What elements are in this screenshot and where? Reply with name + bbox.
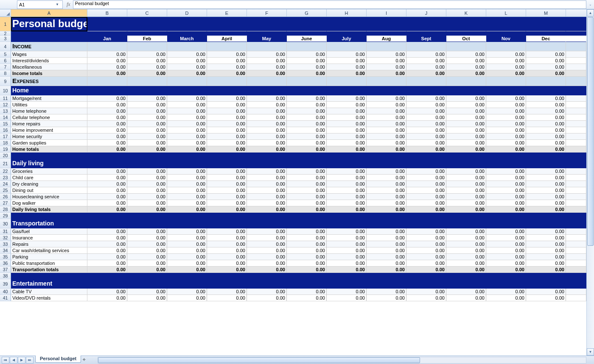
section-blank[interactable] bbox=[406, 77, 446, 86]
month-Nov[interactable]: Nov bbox=[486, 36, 526, 42]
value-cell[interactable]: 0.00 bbox=[287, 58, 327, 64]
month-blank[interactable] bbox=[11, 36, 87, 42]
spacer-cell[interactable] bbox=[367, 273, 406, 279]
value-cell[interactable]: 0.00 bbox=[327, 235, 367, 241]
row-label[interactable]: Cellular telephone bbox=[11, 114, 87, 121]
spacer-cell[interactable] bbox=[406, 31, 446, 36]
value-cell[interactable]: 0.00 bbox=[207, 175, 247, 181]
value-cell[interactable]: 0.00 bbox=[87, 175, 127, 181]
value-cell[interactable]: 0.00 bbox=[247, 133, 287, 140]
value-cell[interactable]: 0.00 bbox=[247, 260, 287, 267]
value-cell[interactable]: 0.00 bbox=[247, 146, 287, 153]
row-head-28[interactable]: 28 bbox=[0, 206, 11, 213]
value-cell[interactable]: 0.00 bbox=[526, 247, 566, 254]
value-cell[interactable]: 0.00 bbox=[87, 206, 127, 213]
value-cell[interactable]: 0.00 bbox=[406, 260, 446, 267]
fx-icon[interactable]: fx bbox=[64, 1, 73, 8]
spacer-cell[interactable] bbox=[207, 273, 247, 279]
value-cell[interactable]: 0.00 bbox=[327, 114, 367, 121]
spacer-cell[interactable] bbox=[486, 31, 526, 36]
row-head-2[interactable]: 2 bbox=[0, 31, 11, 36]
section-blank[interactable] bbox=[486, 42, 526, 51]
row-head-5[interactable]: 5 bbox=[0, 51, 11, 58]
value-cell[interactable]: 0.00 bbox=[167, 64, 207, 70]
value-cell[interactable]: 0.00 bbox=[367, 295, 406, 301]
spacer-cell[interactable] bbox=[247, 273, 287, 279]
row-head-1[interactable]: 1 bbox=[0, 17, 11, 31]
value-cell[interactable]: 0.00 bbox=[167, 200, 207, 206]
value-cell[interactable]: 0.00 bbox=[247, 108, 287, 114]
row-head-22[interactable]: 22 bbox=[0, 168, 11, 175]
spacer-cell[interactable] bbox=[167, 213, 207, 219]
col-head-A[interactable]: A bbox=[11, 9, 87, 17]
value-cell[interactable]: 0.00 bbox=[327, 200, 367, 206]
spacer-cell[interactable] bbox=[207, 153, 247, 159]
category-blank[interactable] bbox=[127, 86, 167, 95]
spacer-cell[interactable] bbox=[526, 153, 566, 159]
value-cell[interactable]: 0.00 bbox=[127, 241, 167, 247]
spacer-cell[interactable] bbox=[526, 273, 566, 279]
value-cell[interactable]: 0.00 bbox=[367, 133, 406, 140]
value-cell[interactable]: 0.00 bbox=[127, 267, 167, 273]
value-cell[interactable]: 0.00 bbox=[406, 140, 446, 146]
row-label[interactable]: Public transportation bbox=[11, 260, 87, 267]
value-cell[interactable]: 0.00 bbox=[526, 181, 566, 187]
value-cell[interactable]: 0.00 bbox=[446, 267, 486, 273]
row-head-34[interactable]: 34 bbox=[0, 247, 11, 254]
value-cell[interactable]: 0.00 bbox=[127, 64, 167, 70]
value-cell[interactable]: 0.00 bbox=[406, 58, 446, 64]
value-cell[interactable]: 0.00 bbox=[167, 187, 207, 194]
spacer-cell[interactable] bbox=[127, 273, 167, 279]
spacer-cell[interactable] bbox=[406, 213, 446, 219]
value-cell[interactable]: 0.00 bbox=[367, 58, 406, 64]
value-cell[interactable]: 0.00 bbox=[526, 235, 566, 241]
sheet-grid[interactable]: 1234567891011121314151617181920212223242… bbox=[0, 17, 586, 356]
month-Feb[interactable]: Feb bbox=[127, 36, 167, 42]
value-cell[interactable]: 0.00 bbox=[207, 181, 247, 187]
spacer-cell[interactable] bbox=[11, 213, 87, 219]
row-head-35[interactable]: 35 bbox=[0, 254, 11, 260]
category-Entertainment[interactable]: Entertainment bbox=[11, 279, 87, 289]
category-blank[interactable] bbox=[207, 86, 247, 95]
value-cell[interactable]: 0.00 bbox=[446, 247, 486, 254]
value-cell[interactable]: 0.00 bbox=[486, 267, 526, 273]
spacer-cell[interactable] bbox=[247, 31, 287, 36]
value-cell[interactable]: 0.00 bbox=[87, 114, 127, 121]
value-cell[interactable]: 0.00 bbox=[287, 102, 327, 108]
scroll-up-icon[interactable]: ▲ bbox=[587, 9, 594, 17]
value-cell[interactable]: 0.00 bbox=[446, 102, 486, 108]
section-blank[interactable] bbox=[526, 42, 566, 51]
spacer-cell[interactable] bbox=[486, 153, 526, 159]
row-label[interactable]: Groceries bbox=[11, 168, 87, 175]
spacer-cell[interactable] bbox=[207, 213, 247, 219]
value-cell[interactable]: 0.00 bbox=[87, 58, 127, 64]
col-head-F[interactable]: F bbox=[247, 9, 287, 17]
value-cell[interactable]: 0.00 bbox=[327, 70, 367, 77]
row-label[interactable]: Utilities bbox=[11, 102, 87, 108]
month-May[interactable]: May bbox=[247, 36, 287, 42]
row-head-11[interactable]: 11 bbox=[0, 95, 11, 102]
value-cell[interactable]: 0.00 bbox=[167, 228, 207, 235]
value-cell[interactable]: 0.00 bbox=[207, 133, 247, 140]
value-cell[interactable]: 0.00 bbox=[167, 146, 207, 153]
value-cell[interactable]: 0.00 bbox=[287, 200, 327, 206]
row-head-9[interactable]: 9 bbox=[0, 77, 11, 86]
value-cell[interactable]: 0.00 bbox=[526, 140, 566, 146]
value-cell[interactable]: 0.00 bbox=[247, 295, 287, 301]
value-cell[interactable]: 0.00 bbox=[87, 133, 127, 140]
value-cell[interactable]: 0.00 bbox=[526, 206, 566, 213]
spacer-cell[interactable] bbox=[127, 31, 167, 36]
category-blank[interactable] bbox=[367, 86, 406, 95]
value-cell[interactable]: 0.00 bbox=[327, 140, 367, 146]
value-cell[interactable]: 0.00 bbox=[207, 187, 247, 194]
value-cell[interactable]: 0.00 bbox=[406, 187, 446, 194]
value-cell[interactable]: 0.00 bbox=[406, 206, 446, 213]
value-cell[interactable]: 0.00 bbox=[207, 228, 247, 235]
value-cell[interactable]: 0.00 bbox=[167, 241, 207, 247]
value-cell[interactable]: 0.00 bbox=[167, 194, 207, 200]
value-cell[interactable]: 0.00 bbox=[327, 108, 367, 114]
horizontal-scrollbar[interactable] bbox=[98, 357, 586, 364]
value-cell[interactable]: 0.00 bbox=[287, 121, 327, 127]
value-cell[interactable]: 0.00 bbox=[287, 254, 327, 260]
section-blank[interactable] bbox=[287, 77, 327, 86]
